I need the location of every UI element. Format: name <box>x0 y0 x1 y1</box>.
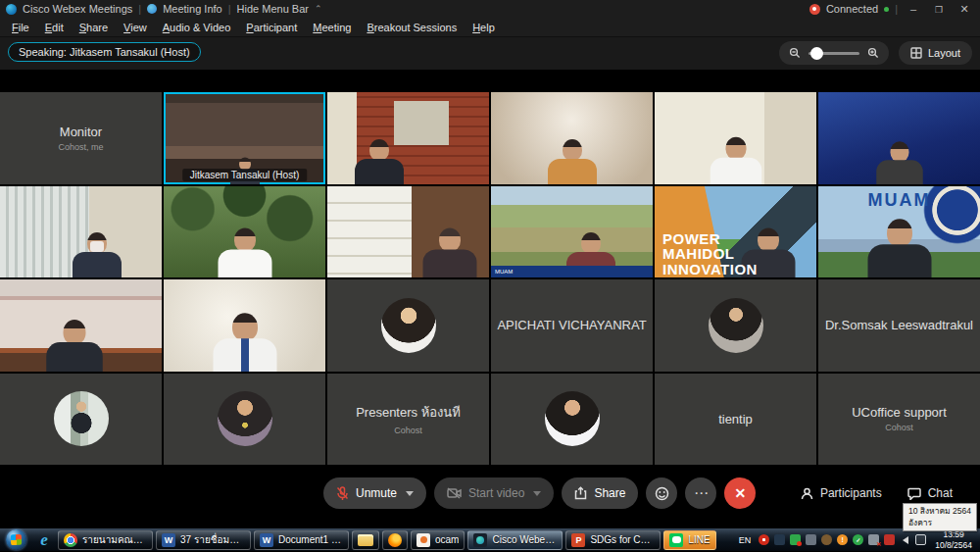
start-video-button[interactable]: Start video <box>434 477 554 509</box>
chevron-down-icon[interactable] <box>533 491 541 496</box>
meeting-info-link[interactable]: Meeting Info <box>163 3 222 15</box>
app-tray-icon[interactable] <box>774 534 785 545</box>
menu-audio-video[interactable]: Audio & Video <box>155 20 239 35</box>
taskbar-button-line[interactable]: LINE <box>663 530 715 550</box>
participant-tile[interactable]: Jitkasem Tansakul (Host) <box>164 92 325 184</box>
taskbar-button-word2[interactable]: Document1 - ... <box>254 530 349 550</box>
taskbar-button-chrome[interactable]: รายนามคณะกร... <box>58 530 153 550</box>
divider: | <box>895 3 898 15</box>
participant-tile[interactable] <box>491 374 653 466</box>
hide-menu-bar-link[interactable]: Hide Menu Bar <box>237 3 309 15</box>
avatar <box>709 298 763 353</box>
taskbar-button-label: 37 รายชื่อมหาวิ... <box>180 532 245 547</box>
participant-name: Monitor <box>54 125 108 139</box>
taskbar-button-ocam[interactable]: ocam <box>411 530 465 550</box>
minimize-button[interactable] <box>904 3 923 15</box>
participant-name: UCoffice support <box>846 405 953 420</box>
participant-tile[interactable] <box>327 92 489 184</box>
network-tray-icon[interactable] <box>868 534 879 545</box>
secure-tray-icon[interactable] <box>853 534 863 545</box>
taskbar-button-webex[interactable]: Cisco Webex ... <box>467 530 563 550</box>
explorer-icon <box>358 534 373 546</box>
chevron-down-icon[interactable] <box>406 491 414 496</box>
participant-tile[interactable]: MUAM <box>491 186 653 278</box>
language-indicator[interactable]: EN <box>736 535 755 545</box>
participant-tile[interactable]: Dr.Somsak Leeswadtrakul <box>818 279 980 372</box>
taskbar-button-explorer[interactable] <box>352 530 379 550</box>
zoom-out-icon[interactable] <box>789 47 801 59</box>
participant-tile[interactable] <box>818 92 980 184</box>
tooltip-day: อังคาร <box>908 518 971 528</box>
avatar <box>381 298 436 353</box>
video-grid: MonitorCohost, meJitkasem Tansakul (Host… <box>0 92 980 465</box>
leave-meeting-button[interactable] <box>724 477 756 509</box>
reactions-button[interactable] <box>646 477 677 509</box>
desk-tray-icon[interactable] <box>915 534 926 545</box>
participant-tile[interactable] <box>0 279 162 372</box>
warning-tray-icon[interactable] <box>837 534 848 545</box>
taskbar-button-word[interactable]: 37 รายชื่อมหาวิ... <box>156 530 251 550</box>
devices-tray-icon[interactable] <box>806 534 816 545</box>
participant-role: Cohost <box>885 423 913 432</box>
participant-tile[interactable] <box>327 186 489 278</box>
participant-tile[interactable]: POWERMAHIDOLINNOVATION <box>655 186 816 278</box>
participant-tile[interactable]: Presenters ห้องนทีCohost <box>327 374 489 466</box>
participant-silhouette <box>215 227 275 277</box>
connected-dot-icon <box>884 7 889 12</box>
share-icon <box>574 486 587 500</box>
menu-file[interactable]: File <box>4 20 37 35</box>
participant-tile[interactable]: APICHATI VICHAYANRAT <box>491 279 653 372</box>
ocam-icon <box>416 533 430 547</box>
participant-tile[interactable]: MonitorCohost, me <box>0 92 162 184</box>
volume-tray-icon[interactable] <box>900 534 910 545</box>
taskbar-clock[interactable]: 13:59 10/8/2564 <box>931 529 976 550</box>
menu-participant[interactable]: Participant <box>238 20 305 35</box>
word2-icon <box>260 533 273 547</box>
powerpoint-icon <box>571 533 585 547</box>
menu-share[interactable]: Share <box>72 20 116 35</box>
menu-help[interactable]: Help <box>465 20 503 35</box>
grid-layout-icon <box>910 47 922 59</box>
menu-meeting[interactable]: Meeting <box>305 20 359 35</box>
menu-breakout-sessions[interactable]: Breakout Sessions <box>359 20 465 35</box>
start-button[interactable] <box>6 529 26 550</box>
unmute-button[interactable]: Unmute <box>323 477 426 509</box>
chat-tray-icon[interactable] <box>790 534 801 545</box>
zoom-in-icon[interactable] <box>867 47 879 59</box>
webex-logo-icon <box>6 4 17 15</box>
taskbar-button-firefox[interactable] <box>382 530 408 550</box>
participant-tile[interactable] <box>164 186 325 278</box>
share-button[interactable]: Share <box>562 477 638 509</box>
taskbar-button-powerpoint[interactable]: SDGs for Cou... <box>565 530 661 550</box>
participant-tile[interactable] <box>327 279 489 372</box>
menu-edit[interactable]: Edit <box>37 20 72 35</box>
participant-tile[interactable] <box>164 279 325 372</box>
zoom-slider-knob[interactable] <box>810 47 823 60</box>
participants-button[interactable]: Participants <box>791 477 892 509</box>
participant-tile[interactable] <box>655 279 816 372</box>
zoom-slider-control[interactable] <box>779 41 889 65</box>
speaking-indicator: Speaking: Jitkasem Tansakul (Host) <box>8 42 201 62</box>
layout-button[interactable]: Layout <box>899 41 972 65</box>
maximize-button[interactable] <box>929 3 949 15</box>
participant-tile[interactable] <box>164 374 325 466</box>
error-tray-icon[interactable] <box>884 534 895 545</box>
close-button[interactable] <box>955 3 974 16</box>
participant-silhouette <box>209 313 280 372</box>
participant-tile[interactable] <box>655 92 816 184</box>
background-brand-text: MUAM <box>818 190 980 211</box>
participant-tile[interactable] <box>0 374 162 466</box>
participant-tile[interactable]: UCoffice supportCohost <box>818 374 980 466</box>
update-tray-icon[interactable] <box>821 534 832 545</box>
avatar <box>54 391 109 446</box>
more-options-button[interactable] <box>685 477 716 509</box>
participant-tile[interactable]: MUAM <box>818 186 980 278</box>
record-tray-icon[interactable] <box>759 534 769 545</box>
tooltip-date: 10 สิงหาคม 2564 <box>908 506 971 517</box>
participant-tile[interactable] <box>491 92 653 184</box>
menu-view[interactable]: View <box>116 20 155 35</box>
zoom-slider-track[interactable] <box>808 52 859 55</box>
participant-tile[interactable] <box>0 186 162 278</box>
internet-explorer-icon[interactable]: e <box>33 529 55 551</box>
participant-tile[interactable]: tientip <box>655 374 816 466</box>
